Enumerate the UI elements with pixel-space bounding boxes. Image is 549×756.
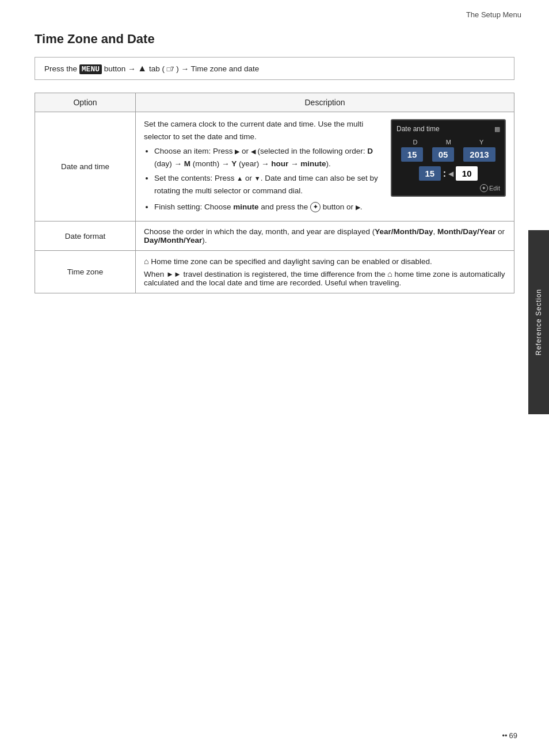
table-row: Time zone ⌂ Home time zone can be specif… [35, 251, 514, 293]
desc-time-zone: ⌂ Home time zone can be specified and da… [136, 251, 514, 293]
cam-ok-circle-icon: ✦ [480, 184, 488, 192]
time-zone-line1: ⌂ Home time zone can be specified and da… [144, 257, 506, 266]
cam-footer: ✦ Edit [396, 184, 500, 192]
cam-label-m: M [446, 139, 451, 146]
nav-suffix: ) → Time zone and date [176, 64, 259, 73]
cam-label-y: Y [479, 139, 483, 146]
option-date-format: Date format [35, 222, 136, 251]
page-header: The Setup Menu [0, 0, 549, 22]
desc-date-and-time: Set the camera clock to the current date… [136, 112, 514, 222]
cam-battery-icon: ▩ [494, 125, 500, 133]
date-time-content: Set the camera clock to the current date… [144, 118, 506, 215]
nav-tab-symbol: ▲ [138, 63, 147, 73]
time-zone-line2: When ►► travel destination is registered… [144, 269, 506, 287]
table-row: Date format Choose the order in which th… [35, 222, 514, 251]
menu-key-label: MENU [79, 64, 102, 74]
home-icon-2: ⌂ [387, 269, 392, 278]
nav-page-ref: □7 [167, 66, 174, 72]
bullet-2: Set the contents: Press ▲ or ▼. Date and… [154, 172, 382, 197]
table-header-row: Option Description [35, 93, 514, 112]
ok-button-icon: ✦ [310, 202, 321, 212]
cam-screen-title: Date and time [396, 125, 440, 133]
cam-time-row: 15 : ◀ 10 [396, 166, 500, 181]
cam-date-labels: D M Y [396, 139, 500, 146]
nav-tab-text: tab ( [149, 64, 165, 73]
cam-label-d: D [413, 139, 418, 146]
cam-header: Date and time ▩ [396, 125, 500, 133]
cam-month-value: 05 [432, 147, 454, 162]
nav-prefix: Press the [44, 64, 77, 73]
nav-instruction-box: Press the MENU button → ▲ tab ( □7 ) → T… [35, 57, 514, 80]
page-title: Time Zone and Date [35, 32, 514, 47]
nav-middle: button → [104, 64, 138, 73]
desc-date-format: Choose the order in which the day, month… [136, 222, 514, 251]
reference-section-sidebar: Reference Section [528, 230, 549, 414]
dest-icon: ►► [166, 270, 181, 278]
camera-screen-mockup: Date and time ▩ D M Y 15 05 [391, 119, 506, 197]
desc-intro: Set the camera clock to the current date… [144, 118, 382, 143]
col-header-option: Option [35, 93, 136, 112]
table-row: Date and time Set the camera clock to th… [35, 112, 514, 222]
cam-date-values: 15 05 2013 [396, 147, 500, 162]
cam-left-arrow-icon: ◀ [448, 170, 453, 178]
date-time-text-block: Set the camera clock to the current date… [144, 118, 382, 215]
cam-hour-value: 15 [419, 166, 441, 181]
main-table: Option Description Date and time Set the… [35, 93, 514, 293]
desc-bullets: Choose an item: Press ▶ or ◀ (selected i… [144, 145, 382, 213]
header-title: The Setup Menu [466, 10, 521, 19]
sidebar-label: Reference Section [535, 289, 543, 356]
bullet-1: Choose an item: Press ▶ or ◀ (selected i… [154, 145, 382, 170]
home-icon: ⌂ [144, 257, 148, 266]
cam-edit-label: Edit [489, 185, 500, 192]
cam-colon: : [443, 169, 446, 179]
option-date-and-time: Date and time [35, 112, 136, 222]
page-num-icon: •• [502, 731, 507, 740]
option-time-zone: Time zone [35, 251, 136, 293]
page-number-area: •• 69 [502, 731, 517, 740]
cam-day-value: 15 [401, 147, 423, 162]
content-area: Time Zone and Date Press the MENU button… [0, 22, 549, 328]
bullet-3: Finish setting: Choose minute and press … [154, 201, 382, 213]
page-num-value: 69 [509, 731, 517, 740]
col-header-description: Description [136, 93, 514, 112]
cam-minute-value: 10 [456, 166, 478, 181]
cam-year-value: 2013 [463, 147, 495, 162]
